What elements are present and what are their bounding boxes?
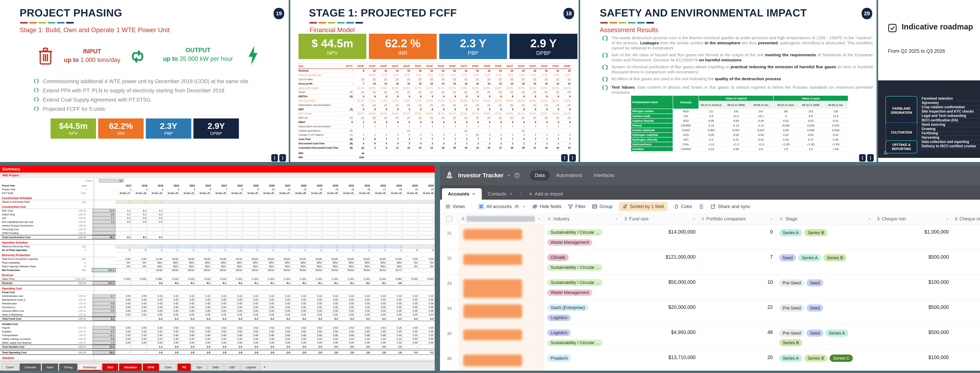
excel-cell[interactable]: 0.00 xyxy=(403,312,418,317)
excel-cell[interactable]: - xyxy=(164,231,180,235)
excel-cell[interactable]: 2.8 xyxy=(355,351,371,355)
excel-cell[interactable]: - xyxy=(371,212,387,217)
excel-flag-cell[interactable]: - xyxy=(115,244,131,249)
excel-cell[interactable]: 43.80 xyxy=(179,257,195,261)
record-row[interactable]: 33Sustainability / Circular ...Waste Man… xyxy=(440,274,980,300)
excel-cell[interactable]: 2.8 xyxy=(180,351,196,355)
excel-cell[interactable]: 0.88 xyxy=(339,333,355,337)
excel-cell[interactable]: 0.15 xyxy=(291,294,307,298)
excel-cell[interactable]: 0.00 xyxy=(403,298,418,302)
excel-cell[interactable]: 0.44 xyxy=(243,337,259,341)
add-or-import-button[interactable]: +Add or import xyxy=(523,188,569,200)
excel-cell[interactable]: 0.119 xyxy=(243,277,259,281)
excel-cell[interactable]: 0.3 xyxy=(387,317,403,321)
excel-cell[interactable]: - xyxy=(419,235,435,239)
excel-eoy-date[interactable]: 31-Dec-33 xyxy=(371,191,387,195)
fcff-row[interactable]: Cost of sales-(2)(2)(2)(2)(2)(2)(2)(2)(2… xyxy=(298,78,571,82)
excel-flag-cell[interactable]: - xyxy=(419,200,435,204)
stage-chip[interactable]: Series A xyxy=(779,229,802,236)
excel-cell[interactable]: - xyxy=(403,235,418,239)
share-sync-button[interactable]: Share and sync xyxy=(710,204,751,209)
excel-cell[interactable]: 2.8 xyxy=(196,351,211,355)
excel-cell[interactable]: 0.119 xyxy=(275,277,291,281)
excel-flag-cell[interactable]: - xyxy=(163,200,179,204)
excel-cell[interactable]: 0.00 xyxy=(419,337,435,341)
excel-cell[interactable]: 1 xyxy=(163,248,179,252)
excel-cell[interactable]: 0.3 xyxy=(371,317,387,321)
excel-cell[interactable]: 0.44 xyxy=(196,337,211,341)
excel-cell[interactable]: 0.05 xyxy=(307,305,323,309)
excel-cell[interactable]: - xyxy=(339,216,355,220)
table-tab-accounts[interactable]: Accounts xyxy=(442,188,482,200)
excel-cell[interactable]: 0.59 xyxy=(259,330,275,333)
excel-cell[interactable]: - xyxy=(291,235,307,239)
excel-cell[interactable]: 0.000 xyxy=(403,277,418,281)
excel-cell[interactable]: 0.00 xyxy=(212,312,228,317)
industry-cell[interactable]: Sustainability / Circular ...Waste Manag… xyxy=(544,224,622,249)
column-header-row-select[interactable] xyxy=(440,214,459,224)
excel-cell[interactable]: 0.44 xyxy=(275,337,291,341)
excel-cell[interactable]: 0.05 xyxy=(323,309,339,313)
excel-cell[interactable]: - xyxy=(355,209,371,213)
excel-cell[interactable]: - xyxy=(403,227,418,231)
excel-cell[interactable]: 0.00 xyxy=(307,312,323,317)
excel-cell[interactable]: - xyxy=(164,209,180,213)
excel-cell[interactable]: 0.00 xyxy=(132,309,148,313)
excel-cell[interactable]: 0.44 xyxy=(148,333,164,337)
excel-cell[interactable]: 95% xyxy=(275,265,291,268)
excel-cell[interactable]: 0.05 xyxy=(355,301,371,306)
industry-chip[interactable]: Climate xyxy=(547,254,569,261)
excel-cell[interactable]: - xyxy=(387,231,403,235)
fcff-row[interactable]: EBIT tax(0)(1)(2)(2)(2)(2)(2)(2)(2)(2)(2… xyxy=(298,116,571,120)
company-name-cell[interactable] xyxy=(459,325,544,350)
excel-cell[interactable]: 0.000 xyxy=(115,277,131,281)
excel-eoy-date[interactable]: 31-Dec-17 xyxy=(115,191,131,195)
excel-cell[interactable]: - xyxy=(132,231,148,235)
excel-cell[interactable]: 0.05 xyxy=(291,301,307,306)
excel-cell[interactable]: 0.00 xyxy=(339,312,355,317)
excel-total-cell[interactable]: 16.2 xyxy=(92,235,116,239)
excel-cell[interactable]: - xyxy=(387,209,403,213)
portfolio-companies-cell[interactable]: 10 xyxy=(699,274,776,300)
stage-cell[interactable]: Series ASeries BSeries C xyxy=(776,350,874,371)
excel-cell[interactable]: 43.80 xyxy=(307,257,323,261)
excel-cell[interactable]: 0.05 xyxy=(291,309,307,313)
excel-cell[interactable]: 0.05 xyxy=(307,301,323,306)
industry-chip[interactable]: Logistics xyxy=(547,330,571,336)
excel-total-cell[interactable]: 7.9 xyxy=(92,326,116,330)
excel-cell[interactable]: - xyxy=(291,223,307,228)
excel-cell[interactable]: 0.09 xyxy=(164,341,180,345)
excel-total-cell[interactable]: 0.6 xyxy=(92,213,116,216)
excel-eoy-date[interactable]: 31-Dec-25 xyxy=(243,191,259,195)
excel-cell[interactable]: 0.59 xyxy=(339,330,355,333)
excel-cell[interactable]: 1 xyxy=(291,248,307,252)
excel-cell[interactable]: - xyxy=(323,227,339,231)
excel-cell[interactable]: - xyxy=(259,223,275,228)
excel-cell[interactable]: 0.00 xyxy=(132,337,148,341)
excel-cell[interactable]: 0.88 xyxy=(180,333,196,337)
excel-cell[interactable]: 95% xyxy=(211,261,227,265)
excel-cell[interactable]: 0 xyxy=(403,248,418,252)
excel-total-cell[interactable]: - xyxy=(92,313,116,317)
excel-cell[interactable]: - xyxy=(212,209,228,213)
excel-cell[interactable]: 0.2 xyxy=(148,212,164,217)
excel-cell[interactable]: 0.3 xyxy=(228,317,243,321)
excel-cell[interactable]: 48% xyxy=(387,261,403,265)
excel-flag-cell[interactable]: 1 xyxy=(227,244,243,249)
excel-cell[interactable]: 0.09 xyxy=(243,341,259,345)
excel-eoy-date[interactable]: 31-Dec-26 xyxy=(259,191,275,195)
excel-cell[interactable]: 0.00 xyxy=(116,333,132,337)
fund-size-cell[interactable]: $50,000,000 xyxy=(622,274,699,300)
excel-cell[interactable]: - xyxy=(259,231,275,235)
excel-cell[interactable]: 0.15 xyxy=(228,294,243,298)
excel-flag-cell[interactable]: - xyxy=(243,200,259,204)
excel-cell[interactable]: 0.00 xyxy=(132,301,148,306)
excel-cell[interactable]: 0.000 xyxy=(419,277,435,281)
excel-cell[interactable]: 0.53 xyxy=(228,326,243,330)
cheque-max-cell[interactable]: $3,750,000 xyxy=(952,249,980,274)
excel-cell[interactable]: 39.64 xyxy=(355,268,371,272)
excel-cell[interactable]: 39.53 xyxy=(371,268,387,272)
excel-cell[interactable]: 0.05 xyxy=(196,305,211,309)
excel-cell[interactable]: 0.05 xyxy=(180,309,196,313)
excel-cell[interactable]: - xyxy=(387,212,403,217)
